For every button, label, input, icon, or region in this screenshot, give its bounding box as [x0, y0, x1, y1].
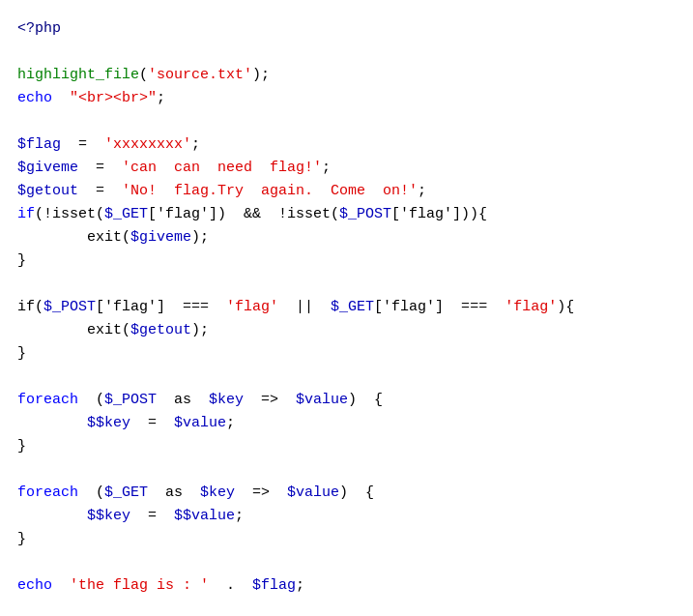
code-line: }: [17, 528, 676, 551]
code-line: [17, 458, 676, 482]
code-line: foreach ($_GET as $key => $value) {: [17, 482, 676, 505]
code-line: $flag = 'xxxxxxxx';: [17, 133, 676, 157]
code-line: foreach ($_POST as $key => $value) {: [17, 389, 676, 412]
code-line: $getout = 'No! flag.Try again. Come on!'…: [17, 180, 676, 203]
code-block: <?php highlight_file('source.txt');echo …: [10, 10, 683, 616]
code-line: [17, 41, 676, 64]
code-line: [17, 551, 676, 574]
code-line: $giveme = 'can can need flag!';: [17, 157, 676, 180]
code-line: if($_POST['flag'] === 'flag' || $_GET['f…: [17, 296, 676, 319]
code-line: [17, 110, 676, 133]
code-line: [17, 598, 676, 616]
code-line: [17, 273, 676, 296]
code-line: echo "<br><br>";: [17, 87, 676, 110]
code-line: }: [17, 435, 676, 458]
code-line: $$key = $value;: [17, 412, 676, 435]
code-line: highlight_file('source.txt');: [17, 64, 676, 87]
code-line: }: [17, 249, 676, 273]
code-line: }: [17, 342, 676, 366]
code-line: exit($getout);: [17, 319, 676, 342]
code-line: <?php: [17, 17, 676, 41]
code-line: if(!isset($_GET['flag']) && !isset($_POS…: [17, 203, 676, 226]
code-line: exit($giveme);: [17, 226, 676, 249]
code-line: $$key = $$value;: [17, 505, 676, 528]
code-line: [17, 366, 676, 389]
code-line: echo 'the flag is : ' . $flag;: [17, 574, 676, 598]
